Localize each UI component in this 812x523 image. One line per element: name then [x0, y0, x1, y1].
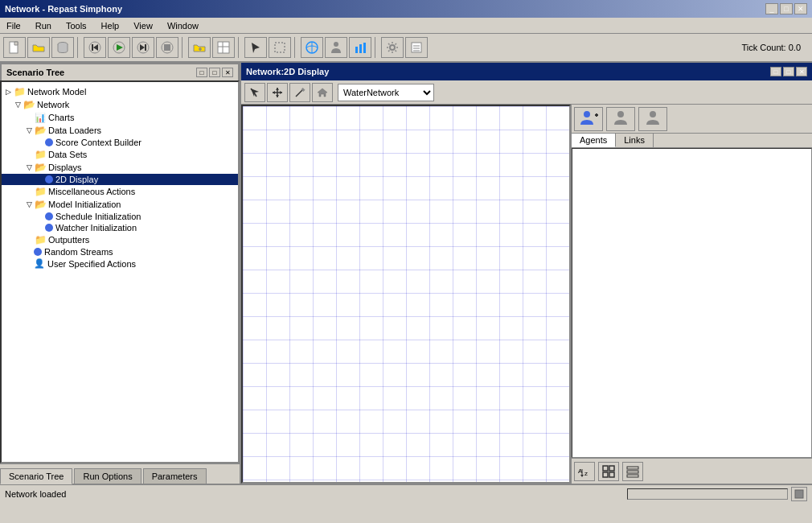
- tree-item-network-model[interactable]: ▷ 📁 Network Model: [2, 85, 238, 98]
- tree-item-model-init[interactable]: ▽ 📂 Model Initialization: [2, 198, 238, 211]
- svg-rect-14: [218, 42, 229, 53]
- toolbar-run-button[interactable]: [108, 37, 130, 58]
- svg-point-20: [334, 42, 338, 47]
- scenario-tree-area[interactable]: ▷ 📁 Network Model ▽ 📂 Network 📊 Charts ▽…: [0, 80, 240, 463]
- network-title-bar: Network:2D Display □ □ ✕: [241, 63, 812, 80]
- panel-close-button[interactable]: ✕: [222, 68, 233, 77]
- agents-tab-links[interactable]: Links: [616, 134, 654, 147]
- network-dropdown[interactable]: WaterNetwork: [338, 84, 434, 101]
- toolbar-settings-button[interactable]: [381, 37, 404, 58]
- list-view-button[interactable]: [622, 462, 643, 481]
- grid-view-button[interactable]: [598, 462, 619, 481]
- window-controls[interactable]: _ □ ✕: [765, 3, 807, 14]
- toolbar-new-button[interactable]: [3, 37, 26, 58]
- svg-point-40: [584, 111, 590, 117]
- network-close-button[interactable]: ✕: [796, 67, 807, 76]
- tree-item-outputters[interactable]: 📁 Outputters: [2, 233, 238, 246]
- tab-parameters[interactable]: Parameters: [143, 468, 207, 484]
- agent-button-3[interactable]: [638, 107, 667, 131]
- expand-icon: ▽: [24, 163, 34, 171]
- tab-run-options[interactable]: Run Options: [74, 468, 141, 484]
- close-button[interactable]: ✕: [794, 3, 807, 14]
- toolbar-chart-button[interactable]: [349, 37, 371, 58]
- folder-icon: 📁: [13, 86, 26, 97]
- scenario-tree-title: Scenario Tree: [6, 68, 64, 77]
- blue-dot-icon: [34, 248, 42, 256]
- menu-tools[interactable]: Tools: [63, 20, 90, 31]
- menu-view[interactable]: View: [130, 20, 156, 31]
- network-draw-button[interactable]: [289, 83, 310, 102]
- tree-item-charts[interactable]: 📊 Charts: [2, 111, 238, 124]
- tree-item-data-loaders[interactable]: ▽ 📂 Data Loaders: [2, 124, 238, 137]
- title-bar: Network - Repast Simphony _ □ ✕: [0, 0, 812, 18]
- tree-item-2d-display[interactable]: 2D Display: [2, 174, 238, 185]
- toolbar-step-button[interactable]: [132, 37, 154, 58]
- toolbar-stop-button[interactable]: [156, 37, 178, 58]
- status-text: Network loaded: [5, 489, 624, 499]
- network-select-button[interactable]: [244, 83, 265, 102]
- maximize-button[interactable]: □: [780, 3, 793, 14]
- tree-item-score-context[interactable]: Score Context Builder: [2, 137, 238, 148]
- svg-text:z: z: [584, 470, 588, 477]
- menu-run[interactable]: Run: [32, 20, 55, 31]
- toolbar-agent-button[interactable]: [325, 37, 347, 58]
- tree-item-misc-actions[interactable]: 📁 Miscellaneous Actions: [2, 185, 238, 198]
- panel-controls[interactable]: □ □ ✕: [196, 68, 233, 77]
- tab-scenario-tree[interactable]: Scenario Tree: [0, 468, 72, 484]
- svg-rect-55: [627, 475, 638, 477]
- left-panel: Scenario Tree □ □ ✕ ▷ 📁 Network Model ▽ …: [0, 63, 241, 484]
- folder-icon: 📁: [34, 186, 47, 197]
- sort-button[interactable]: A z: [574, 462, 595, 481]
- network-display-title: Network:2D Display: [246, 67, 329, 76]
- network-minimize-button[interactable]: □: [770, 67, 781, 76]
- svg-point-24: [390, 45, 395, 50]
- network-grid-svg: [243, 106, 569, 482]
- add-agent-button[interactable]: [574, 107, 603, 131]
- toolbar-db-button[interactable]: [51, 37, 74, 58]
- toolbar-arrow-button[interactable]: [244, 37, 267, 58]
- agents-tab-agents[interactable]: Agents: [572, 134, 616, 147]
- toolbar-folder2-button[interactable]: [188, 37, 211, 58]
- grid-canvas[interactable]: [241, 105, 571, 484]
- blue-dot-icon: [45, 138, 53, 146]
- toolbar-network-button[interactable]: [301, 37, 323, 58]
- panel-minimize-button[interactable]: □: [196, 68, 207, 77]
- tree-item-watcher-init[interactable]: Watcher Initialization: [2, 222, 238, 233]
- network-move-button[interactable]: [267, 83, 288, 102]
- svg-rect-56: [795, 490, 803, 498]
- panel-maximize-button[interactable]: □: [209, 68, 220, 77]
- agent-button-2[interactable]: [606, 107, 635, 131]
- tree-item-network[interactable]: ▽ 📂 Network: [2, 98, 238, 111]
- expand-icon: ▽: [24, 200, 34, 208]
- svg-rect-21: [355, 47, 358, 53]
- tree-item-user-specified[interactable]: 👤 User Specified Actions: [2, 257, 238, 270]
- tree-label: Watcher Initialization: [55, 223, 137, 233]
- toolbar-open-button[interactable]: [27, 37, 50, 58]
- tree-label: Random Streams: [44, 247, 113, 257]
- tree-item-displays[interactable]: ▽ 📂 Displays: [2, 161, 238, 174]
- network-maximize-button[interactable]: □: [783, 67, 794, 76]
- agents-content-area: [572, 148, 812, 458]
- folder-icon: 📁: [34, 149, 47, 160]
- minimize-button[interactable]: _: [765, 3, 778, 14]
- tree-label: Model Initialization: [48, 200, 121, 209]
- main-toolbar: Tick Count: 0.0: [0, 34, 812, 63]
- toolbar-run-back-button[interactable]: [84, 37, 106, 58]
- menu-help[interactable]: Help: [98, 20, 123, 31]
- svg-marker-29: [251, 89, 259, 97]
- toolbar-grid-button[interactable]: [212, 37, 235, 58]
- network-window-controls[interactable]: □ □ ✕: [770, 67, 807, 76]
- tree-label: Displays: [48, 163, 82, 172]
- tree-item-random-streams[interactable]: Random Streams: [2, 246, 238, 257]
- svg-rect-39: [243, 106, 569, 482]
- status-button[interactable]: [791, 487, 807, 501]
- tree-item-schedule-init[interactable]: Schedule Initialization: [2, 211, 238, 222]
- svg-rect-50: [609, 466, 614, 471]
- agents-panel: Agents Links A z: [571, 105, 812, 484]
- network-home-button[interactable]: [312, 83, 333, 102]
- menu-file[interactable]: File: [3, 20, 24, 31]
- tree-item-data-sets[interactable]: 📁 Data Sets: [2, 148, 238, 161]
- toolbar-list-button[interactable]: [405, 37, 428, 58]
- toolbar-select-button[interactable]: [269, 37, 291, 58]
- menu-window[interactable]: Window: [164, 20, 202, 31]
